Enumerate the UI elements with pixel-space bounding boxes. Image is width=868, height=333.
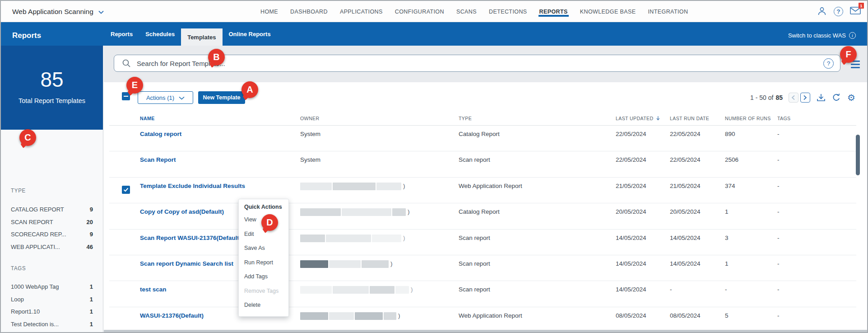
settings-gear-icon[interactable]: ⚙ xyxy=(847,93,855,102)
filter-label: CATALOG REPORT xyxy=(11,206,64,213)
nav-knowledge-base[interactable]: KNOWLEDGE BASE xyxy=(580,1,636,22)
nav-home[interactable]: HOME xyxy=(260,1,278,22)
user-icon[interactable] xyxy=(817,6,827,18)
app-title: Web Application Scanning xyxy=(12,8,93,16)
next-page-button[interactable] xyxy=(800,93,810,103)
column-header-number-of-runs[interactable]: NUMBER OF RUNS xyxy=(725,116,771,121)
column-header-last-updated[interactable]: LAST UPDATED xyxy=(616,116,660,121)
runs-cell: - xyxy=(725,286,727,293)
annotation-badge-b: B xyxy=(208,49,225,66)
switch-to-classic-link[interactable]: Switch to classic WAS i xyxy=(788,32,856,39)
column-header-owner[interactable]: OWNER xyxy=(300,116,319,121)
vertical-scrollbar-thumb[interactable] xyxy=(856,135,860,175)
column-header-name[interactable]: NAME xyxy=(140,116,155,121)
menu-item-save-as[interactable]: Save As xyxy=(239,241,288,256)
tag-filter-1000-webapp[interactable]: 1000 WebApp Tag 1 xyxy=(1,281,103,293)
column-label: LAST UPDATED xyxy=(616,116,653,121)
menu-item-add-tags[interactable]: Add Tags xyxy=(239,270,288,284)
type-filter-web-application[interactable]: WEB APPLICATI... 46 xyxy=(1,241,103,253)
last-updated-cell: 20/05/2024 xyxy=(616,208,646,215)
table-row: Scan Report WASUI-21376(Default) ) Scan … xyxy=(109,230,856,255)
mail-icon[interactable]: 1 xyxy=(850,7,861,16)
nav-dashboard[interactable]: DASHBOARD xyxy=(290,1,328,22)
last-updated-cell: 22/05/2024 xyxy=(616,156,646,163)
quick-actions-header: Quick Actions xyxy=(239,204,288,213)
template-name-link[interactable]: Template Exclude Individual Results xyxy=(140,183,245,189)
tags-section-header: TAGS xyxy=(11,265,26,272)
runs-cell: 374 xyxy=(725,183,735,189)
type-cell: Web Application Report xyxy=(459,183,522,189)
annotation-badge-c: C xyxy=(19,129,36,146)
total-templates-panel: 85 Total Report Templates xyxy=(1,46,103,130)
menu-item-run-report[interactable]: Run Report xyxy=(239,256,288,270)
type-filter-list: CATALOG REPORT 9 SCAN REPORT 20 SCORECAR… xyxy=(1,203,103,253)
template-name-link[interactable]: Catalog report xyxy=(140,131,181,137)
nav-scans[interactable]: SCANS xyxy=(456,1,477,22)
nav-applications[interactable]: APPLICATIONS xyxy=(340,1,383,22)
tags-cell: - xyxy=(777,156,780,163)
template-name-link[interactable]: WASUI-21376(Default) xyxy=(140,312,204,319)
table-row: WASUI-21376(Default) ) Web Application R… xyxy=(109,307,856,333)
search-help-icon[interactable]: ? xyxy=(823,58,834,69)
redacted-owner: ) xyxy=(300,260,393,268)
filter-label: SCAN REPORT xyxy=(11,219,53,225)
template-name-link[interactable]: Scan report Dynamic Search list xyxy=(140,260,233,267)
nav-reports[interactable]: REPORTS xyxy=(539,1,568,22)
menu-item-delete[interactable]: Delete xyxy=(239,298,288,313)
prev-page-button[interactable] xyxy=(789,93,798,103)
last-updated-cell: 08/05/2024 xyxy=(616,312,646,319)
tag-filter-report110[interactable]: Report1.10 1 xyxy=(1,305,103,318)
actions-label: Actions (1) xyxy=(146,94,174,101)
tag-filter-test-detection[interactable]: Test Detection is... 1 xyxy=(1,318,103,331)
page-title: Reports xyxy=(12,31,41,40)
type-filter-scorecard-report[interactable]: SCORECARD REP... 9 xyxy=(1,228,103,241)
template-name-link[interactable]: Scan Report WASUI-21376(Default) xyxy=(140,235,241,241)
row-checkbox-checked[interactable] xyxy=(122,186,130,194)
horizontal-scrollbar-track[interactable] xyxy=(104,330,867,332)
annotation-badge-f: F xyxy=(840,46,857,63)
main-nav: HOME DASHBOARD APPLICATIONS CONFIGURATIO… xyxy=(260,1,688,22)
template-name-link[interactable]: Scan Report xyxy=(140,156,176,163)
annotation-badge-d: D xyxy=(261,214,278,231)
was-templates-screen: Web Application Scanning HOME DASHBOARD … xyxy=(0,0,868,333)
last-run-cell: 08/05/2024 xyxy=(670,312,701,319)
column-header-last-run-date[interactable]: LAST RUN DATE xyxy=(670,116,709,121)
download-icon[interactable] xyxy=(817,94,826,102)
template-name-link[interactable]: test scan xyxy=(140,286,167,293)
section-tabs: Reports Schedules Templates Online Repor… xyxy=(104,22,277,46)
tab-schedules[interactable]: Schedules xyxy=(139,22,181,46)
template-name-link[interactable]: Copy of Copy of asd(Default) xyxy=(140,208,224,215)
type-filter-scan-report[interactable]: SCAN REPORT 20 xyxy=(1,216,103,229)
nav-configuration[interactable]: CONFIGURATION xyxy=(395,1,444,22)
info-icon: i xyxy=(849,32,856,39)
type-filter-catalog-report[interactable]: CATALOG REPORT 9 xyxy=(1,203,103,216)
app-switcher[interactable]: Web Application Scanning xyxy=(12,1,104,22)
search-input[interactable] xyxy=(137,60,840,67)
tag-filter-w1[interactable]: W1 1 xyxy=(1,330,103,333)
last-updated-cell: 14/05/2024 xyxy=(616,286,646,293)
refresh-icon[interactable] xyxy=(832,93,841,102)
table-row: test scan ) Scan report 14/05/2024 - - - xyxy=(109,281,856,307)
runs-cell: 1 xyxy=(725,208,729,215)
last-run-cell: 22/05/2024 xyxy=(670,156,701,163)
column-header-type[interactable]: TYPE xyxy=(459,116,472,121)
top-icons: ? 1 xyxy=(817,1,861,22)
tab-reports[interactable]: Reports xyxy=(104,22,139,46)
tag-filter-loop[interactable]: Loop 1 xyxy=(1,293,103,306)
nav-detections[interactable]: DETECTIONS xyxy=(489,1,527,22)
tab-online-reports[interactable]: Online Reports xyxy=(223,22,277,46)
nav-integration[interactable]: INTEGRATION xyxy=(648,1,688,22)
menu-icon[interactable] xyxy=(851,61,860,70)
column-header-tags[interactable]: TAGS xyxy=(777,116,790,121)
help-icon[interactable]: ? xyxy=(834,7,843,16)
tab-templates[interactable]: Templates xyxy=(181,28,222,46)
new-template-button[interactable]: New Template xyxy=(198,91,245,104)
table-row-selected: Template Exclude Individual Results ) We… xyxy=(109,178,856,203)
last-updated-cell: 22/05/2024 xyxy=(616,131,646,137)
filter-label: 1000 WebApp Tag xyxy=(11,283,59,290)
templates-table: Catalog report System Catalog Report 22/… xyxy=(109,126,856,333)
actions-button[interactable]: Actions (1) xyxy=(138,91,193,104)
check-icon xyxy=(123,188,129,192)
last-run-cell: 21/05/2024 xyxy=(670,183,701,189)
annotation-badge-e: E xyxy=(126,77,143,94)
